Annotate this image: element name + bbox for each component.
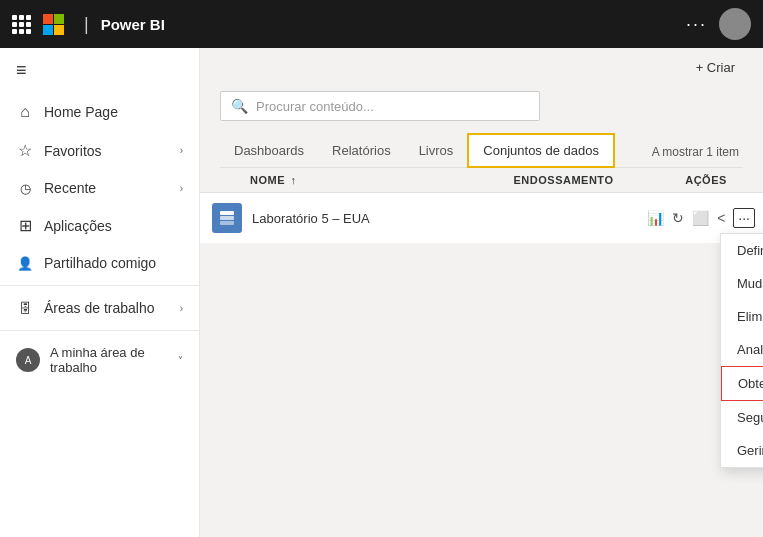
menu-item-definicoes[interactable]: Definições xyxy=(721,234,763,267)
workspace-icon: 🗄 xyxy=(16,301,34,316)
sidebar: ≡ ⌂ Home Page ☆ Favoritos › ◷ Recente › … xyxy=(0,48,200,537)
sidebar-item-recent[interactable]: ◷ Recente › xyxy=(0,170,199,206)
app-layout: ≡ ⌂ Home Page ☆ Favoritos › ◷ Recente › … xyxy=(0,48,763,537)
search-icon: 🔍 xyxy=(231,98,248,114)
context-menu: Definições Mudar o nome Eliminar Analisa… xyxy=(720,233,763,468)
table-header: NOME ↑ ENDOSSAMENTO AÇÕES xyxy=(200,168,763,193)
menu-item-rename[interactable]: Mudar o nome xyxy=(721,267,763,300)
download-icon[interactable]: ⬜ xyxy=(692,210,709,226)
my-workspace-avatar: A xyxy=(16,348,40,372)
menu-item-security[interactable]: Segurança xyxy=(721,401,763,434)
sidebar-item-favorites[interactable]: ☆ Favoritos › xyxy=(0,131,199,170)
sidebar-item-workspaces[interactable]: 🗄 Áreas de trabalho › xyxy=(0,290,199,326)
microsoft-logo xyxy=(43,14,64,35)
tab-books[interactable]: Livros xyxy=(405,135,468,168)
topbar: | Power BI ··· xyxy=(0,0,763,48)
chevron-down-icon: ˅ xyxy=(178,355,183,366)
menu-item-excel[interactable]: Analisar no Excel xyxy=(721,333,763,366)
topbar-app-title: Power BI xyxy=(101,16,165,33)
sidebar-item-home[interactable]: ⌂ Home Page xyxy=(0,93,199,131)
sidebar-item-apps[interactable]: ⊞ Aplicações xyxy=(0,206,199,245)
table-row: Laboratório 5 – EUA 📊 ↻ ⬜ < ··· xyxy=(200,193,763,244)
sidebar-divider2 xyxy=(0,330,199,331)
sidebar-toggle[interactable]: ≡ xyxy=(0,48,199,93)
tab-dashboards[interactable]: Dashboards xyxy=(220,135,318,168)
col-header-name: NOME ↑ xyxy=(250,174,478,186)
tabs-container: Dashboards Relatórios Livros Conjuntos d… xyxy=(220,133,743,168)
create-button[interactable]: + Criar xyxy=(688,56,743,79)
chevron-right-icon: › xyxy=(180,183,183,194)
chevron-right-icon: › xyxy=(180,303,183,314)
col-header-actions: AÇÕES xyxy=(649,174,763,186)
sidebar-item-shared[interactable]: 👤 Partilhado comigo xyxy=(0,245,199,281)
search-input: Procurar conteúdo... xyxy=(256,99,374,114)
apps-grid-icon[interactable] xyxy=(12,15,31,34)
sidebar-divider xyxy=(0,285,199,286)
dataset-name: Laboratório 5 – EUA xyxy=(252,211,476,226)
user-avatar[interactable] xyxy=(719,8,751,40)
topbar-left: | Power BI xyxy=(12,14,165,35)
menu-item-delete[interactable]: Eliminar xyxy=(721,300,763,333)
svg-rect-0 xyxy=(220,211,234,215)
col-header-endorsement: ENDOSSAMENTO xyxy=(478,174,649,186)
topbar-separator: | xyxy=(84,14,89,35)
menu-item-quick-info[interactable]: Obter informações rápidas xyxy=(721,366,763,401)
share-icon[interactable]: < xyxy=(717,210,725,226)
refresh-icon[interactable]: ↻ xyxy=(672,210,684,226)
clock-icon: ◷ xyxy=(16,181,34,196)
home-icon: ⌂ xyxy=(16,103,34,121)
sidebar-item-my-workspace[interactable]: A A minha área de trabalho ˅ xyxy=(0,335,199,385)
more-actions-button[interactable]: ··· xyxy=(733,208,755,228)
main-header: + Criar xyxy=(200,48,763,87)
topbar-right: ··· xyxy=(686,8,751,40)
showing-count: A mostrar 1 item xyxy=(652,145,743,167)
chevron-right-icon: › xyxy=(180,145,183,156)
tab-datasets[interactable]: Conjuntos de dados xyxy=(467,133,615,168)
svg-rect-2 xyxy=(220,221,234,225)
person-share-icon: 👤 xyxy=(16,256,34,271)
star-icon: ☆ xyxy=(16,141,34,160)
svg-rect-1 xyxy=(220,216,234,220)
analyze-icon[interactable]: 📊 xyxy=(647,210,664,226)
dataset-icon xyxy=(212,203,242,233)
topbar-more-button[interactable]: ··· xyxy=(686,14,707,35)
dataset-actions: 📊 ↻ ⬜ < ··· xyxy=(643,208,763,228)
menu-item-permissions[interactable]: Gerir permissões xyxy=(721,434,763,467)
main-content: + Criar 🔍 Procurar conteúdo... Dashboard… xyxy=(200,48,763,537)
search-bar[interactable]: 🔍 Procurar conteúdo... xyxy=(220,91,540,121)
grid-icon: ⊞ xyxy=(16,216,34,235)
tab-reports[interactable]: Relatórios xyxy=(318,135,405,168)
